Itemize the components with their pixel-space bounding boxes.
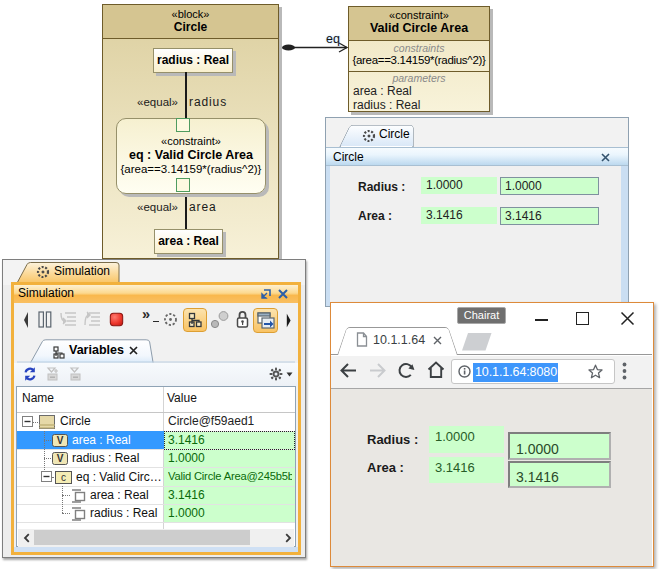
svg-text:V: V [57,453,64,464]
svg-text:V: V [57,435,64,446]
svg-text:c: c [61,472,66,483]
